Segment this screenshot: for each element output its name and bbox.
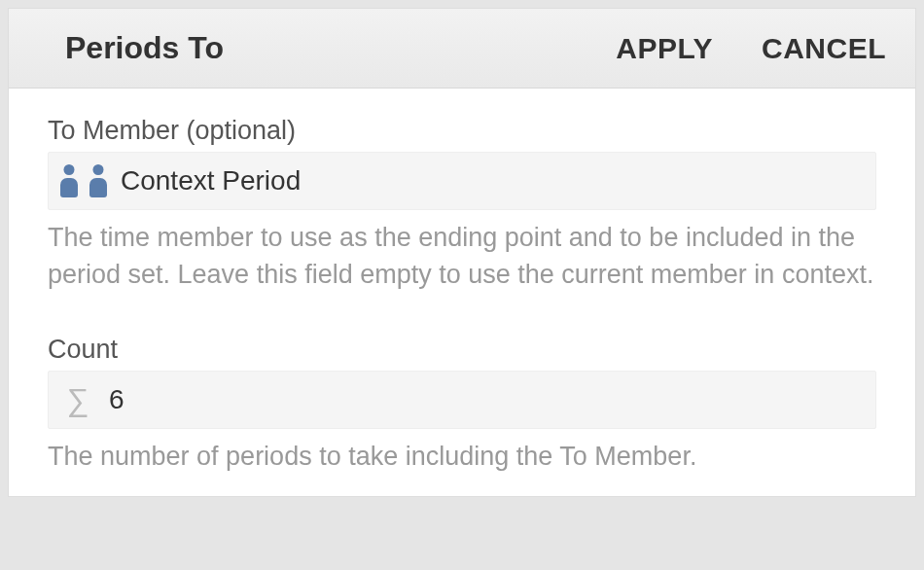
to-member-label: To Member (optional) [48,116,876,146]
count-label: Count [48,335,876,365]
cancel-button[interactable]: CANCEL [762,32,886,65]
periods-to-dialog: Periods To APPLY CANCEL To Member (optio… [8,8,916,497]
to-member-value: Context Period [121,165,301,196]
count-help: The number of periods to take including … [48,439,876,476]
dialog-header: Periods To APPLY CANCEL [9,9,915,89]
person-icon [60,164,78,197]
member-icon-group [60,164,107,197]
section-gap [48,294,876,335]
person-icon [89,164,107,197]
apply-button[interactable]: APPLY [616,32,713,65]
sigma-icon: ∑ [60,384,95,415]
dialog-actions: APPLY CANCEL [616,32,886,65]
count-value: 6 [109,384,124,415]
to-member-input[interactable]: Context Period [48,152,876,210]
dialog-body: To Member (optional) Context Period The … [9,89,915,496]
to-member-help: The time member to use as the ending poi… [48,220,876,294]
count-input[interactable]: ∑ 6 [48,371,876,429]
dialog-title: Periods To [65,30,616,66]
